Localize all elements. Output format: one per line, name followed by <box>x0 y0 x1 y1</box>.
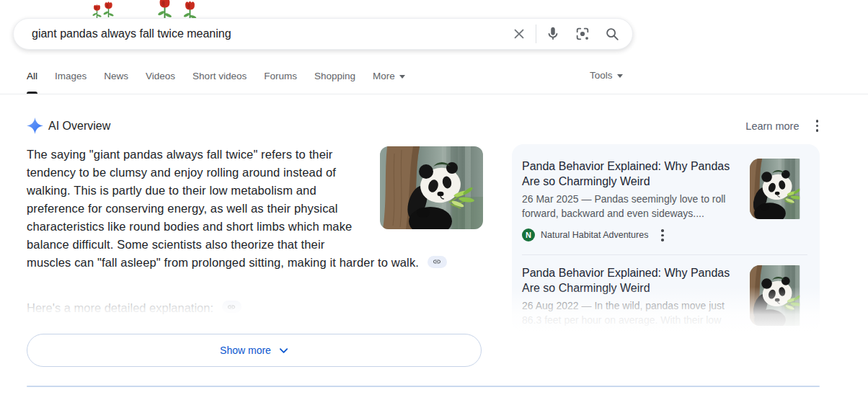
link-icon <box>433 257 441 266</box>
source-name[interactable]: Natural Habitat Adventures <box>541 230 648 240</box>
tab-news[interactable]: News <box>104 70 128 94</box>
learn-more-link[interactable]: Learn more <box>745 120 799 132</box>
voice-search-button[interactable] <box>544 25 562 43</box>
chevron-down-icon <box>617 74 623 78</box>
tab-images[interactable]: Images <box>55 70 87 94</box>
tab-more[interactable]: More <box>373 70 405 94</box>
show-more-button[interactable]: Show more <box>27 334 482 367</box>
overview-menu-button[interactable] <box>815 118 820 133</box>
tab-videos[interactable]: Videos <box>146 70 175 94</box>
microphone-icon <box>545 26 561 42</box>
tab-all[interactable]: All <box>27 70 37 94</box>
search-submit-button[interactable] <box>603 25 621 43</box>
result-type-tabs: All Images News Videos Short videos Foru… <box>27 70 405 94</box>
card-thumbnail[interactable] <box>750 265 807 326</box>
search-bar <box>13 18 633 50</box>
cards-divider <box>522 254 807 255</box>
section-bottom-divider <box>27 386 820 387</box>
chevron-down-icon <box>399 75 405 79</box>
panda-photo <box>380 146 483 229</box>
panda-inline-image[interactable] <box>380 146 483 229</box>
source-card-1[interactable]: Panda Behavior Explained: Why Pandas Are… <box>522 159 807 243</box>
clear-search-button[interactable] <box>510 25 528 43</box>
tab-short-videos[interactable]: Short videos <box>192 70 247 94</box>
card-source-row: N Natural Habitat Adventures <box>522 228 738 243</box>
close-icon <box>512 27 526 41</box>
lens-search-button[interactable] <box>574 25 591 43</box>
ai-overview-title: AI Overview <box>48 120 110 133</box>
citation-chip-faded[interactable] <box>222 301 242 313</box>
tab-shopping[interactable]: Shopping <box>314 70 355 94</box>
tools-button[interactable]: Tools <box>590 70 623 81</box>
ai-overview-header: AI Overview Learn more <box>27 117 820 134</box>
google-lens-icon <box>575 26 590 42</box>
card-snippet: 26 Aug 2022 — In the wild, pandas move j… <box>522 298 738 327</box>
source-card-2[interactable]: Panda Behavior Explained: Why Pandas Are… <box>522 265 807 327</box>
citation-chip[interactable] <box>428 256 447 268</box>
link-icon <box>227 303 236 311</box>
source-cards-panel: Panda Behavior Explained: Why Pandas Are… <box>512 144 820 332</box>
card-menu-button[interactable] <box>660 228 665 243</box>
ai-sparkle-icon <box>27 117 43 134</box>
card-title[interactable]: Panda Behavior Explained: Why Pandas Are… <box>522 265 738 296</box>
search-bar-divider <box>536 25 536 43</box>
ai-overview-paragraph: The saying "giant pandas always fall twi… <box>27 148 419 269</box>
card-title[interactable]: Panda Behavior Explained: Why Pandas Are… <box>522 159 738 189</box>
faded-detail-line: Here's a more detailed explanation: <box>27 301 242 315</box>
chevron-down-icon <box>279 347 288 354</box>
panda-thumb-photo <box>750 159 807 219</box>
ai-overview-text-block: The saying "giant pandas always fall twi… <box>27 146 483 272</box>
google-search-results-page: { "doodle": { "name": "red-flowers-doodl… <box>0 0 868 395</box>
search-icon <box>604 26 620 42</box>
google-doodle-flowers <box>85 0 236 20</box>
panda-thumb-photo <box>750 265 807 326</box>
card-snippet: 26 Mar 2025 — Pandas seemingly love to r… <box>522 192 738 221</box>
source-favicon: N <box>522 228 535 241</box>
tab-forums[interactable]: Forums <box>264 70 297 94</box>
tabs-divider <box>0 94 868 94</box>
search-input[interactable] <box>30 27 510 41</box>
card-thumbnail[interactable] <box>750 159 807 219</box>
